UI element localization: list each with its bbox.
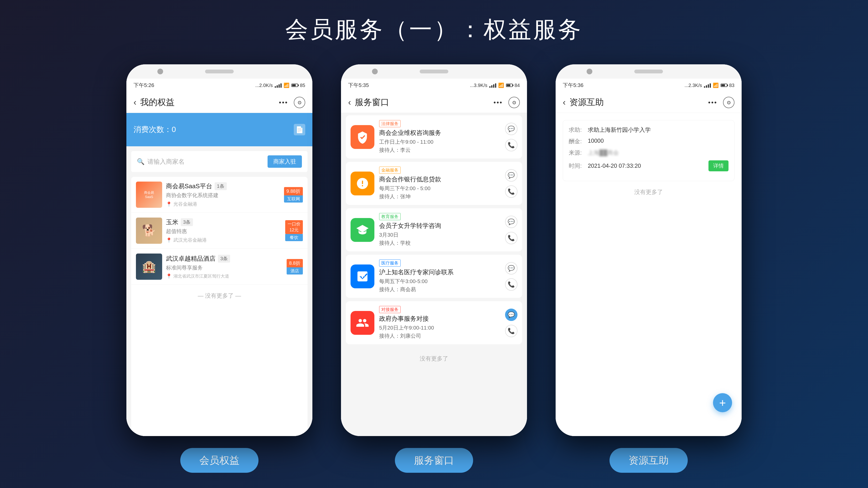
benefits-header: 消费次数：0 📄 <box>126 113 312 146</box>
phone3-time: 下午5:36 <box>563 82 584 89</box>
service-call-medical[interactable]: 📞 <box>505 278 518 291</box>
phone1-network: ...2.0K/s <box>255 83 273 88</box>
merchant-tag-hotel: 3条 <box>218 255 230 263</box>
search-icon: 🔍 <box>137 158 145 165</box>
phone1-more-btn[interactable]: ••• <box>279 99 288 106</box>
resource-fab-btn[interactable]: + <box>713 393 732 412</box>
phone2-status-right: ...3.9K/s 📶 84 <box>470 83 520 88</box>
service-chat-gov-active[interactable]: 💬 <box>505 308 518 321</box>
phone3-wifi: 📶 <box>713 83 719 88</box>
resource-row-type: 求助: 求助上海新竹园小学入学 <box>569 126 728 134</box>
service-actions-edu: 💬 📞 <box>505 216 518 244</box>
service-call-legal[interactable]: 📞 <box>505 139 518 151</box>
phone3-more-btn[interactable]: ••• <box>708 99 717 106</box>
service-chat-edu[interactable]: 💬 <box>505 216 518 228</box>
resource-row-source: 来源: 上海██商会 <box>569 149 728 157</box>
phone2-speaker <box>420 70 448 73</box>
phone3-bottom-label[interactable]: 资源互助 <box>610 448 688 473</box>
search-placeholder: 请输入商家名 <box>147 158 185 166</box>
merchant-item-hotel[interactable]: 🏨 武汉卓越精品酒店 3条 标准间尊享服务 📍 湖北省武汉市江夏区驾行大道 <box>131 249 308 285</box>
service-info-edu: 教育服务 会员子女升学转学咨询 3月30日 接待人：学校 <box>379 213 500 247</box>
merchant-register-btn[interactable]: 商家入驻 <box>268 155 302 168</box>
service-item-gov[interactable]: 对接服务 政府办事服务对接 5月20日上午9:00-11:00 接待人：刘康公司… <box>346 301 522 344</box>
search-bar[interactable]: 🔍 请输入商家名 商家入驻 <box>131 151 308 172</box>
resource-detail-btn[interactable]: 详情 <box>709 160 728 171</box>
merchant-item-corn[interactable]: 🐕 玉米 3条 超值特惠 📍 武汉光谷金融港 <box>131 213 308 249</box>
service-icon-gov <box>350 311 374 335</box>
resource-content: 求助: 求助上海新竹园小学入学 酬金: 10000 来源: 上海██商会 时 <box>556 113 742 436</box>
resource-time-label: 时间: <box>569 162 588 170</box>
phone1-top-bar <box>126 64 312 78</box>
service-time-gov: 5月20日上午9:00-11:00 <box>379 324 500 331</box>
service-tag-gov: 对接服务 <box>379 306 401 313</box>
phone3-signal <box>704 83 711 88</box>
resource-type-label: 求助: <box>569 126 588 134</box>
service-chat-medical[interactable]: 💬 <box>505 262 518 274</box>
service-item-legal[interactable]: 法律服务 商会企业维权咨询服务 工作日上午9:00 - 11:00 接待人：李云… <box>346 115 522 159</box>
phone1-bottom-label[interactable]: 会员权益 <box>180 448 258 473</box>
service-actions-finance: 💬 📞 <box>505 169 518 198</box>
phone3-top-bar <box>556 64 742 78</box>
phone1-content: 消费次数：0 📄 🔍 请输入商家名 商家入驻 商会易Saa <box>126 113 312 436</box>
phone1-target-btn[interactable]: ⊙ <box>294 97 305 108</box>
merchant-list: 商会易SaaS 商会易SaaS平台 1条 商协会数字化系统搭建 📍 光谷金融港 <box>131 177 308 436</box>
service-time-medical: 每周五下午3:00-5:00 <box>379 278 500 285</box>
phone2-more-btn[interactable]: ••• <box>494 99 503 106</box>
phone3: 下午5:36 ...2.3K/s 📶 83 <box>556 64 742 436</box>
phone2-back-btn[interactable]: ‹ <box>348 97 351 107</box>
phone2-battery <box>506 84 513 87</box>
service-call-finance[interactable]: 📞 <box>505 185 518 198</box>
service-chat-finance[interactable]: 💬 <box>505 169 518 182</box>
service-info-gov: 对接服务 政府办事服务对接 5月20日上午9:00-11:00 接待人：刘康公司 <box>379 306 500 339</box>
service-call-edu[interactable]: 📞 <box>505 232 518 244</box>
phone2-bottom-label[interactable]: 服务窗口 <box>395 448 473 473</box>
phone3-target-btn[interactable]: ⊙ <box>723 97 735 108</box>
phone3-back-btn[interactable]: ‹ <box>563 97 566 107</box>
resource-item: 求助: 求助上海新竹园小学入学 酬金: 10000 来源: 上海██商会 时 <box>563 120 735 181</box>
merchant-item-saas[interactable]: 商会易SaaS 商会易SaaS平台 1条 商协会数字化系统搭建 📍 光谷金融港 <box>131 177 308 213</box>
service-tag-legal: 法律服务 <box>379 120 401 127</box>
phone3-nav: ‹ 资源互助 ••• ⊙ <box>556 92 742 113</box>
benefits-doc-icon: 📄 <box>294 124 305 135</box>
phone1-camera <box>157 69 163 74</box>
service-item-medical[interactable]: 医疗服务 沪上知名医疗专家问诊联系 每周五下午3:00-5:00 接待人：商会易… <box>346 255 522 298</box>
service-tag-finance: 金融服务 <box>379 167 401 174</box>
resource-money-label: 酬金: <box>569 137 588 145</box>
phone1-back-btn[interactable]: ‹ <box>133 97 136 107</box>
merchant-img-corn: 🐕 <box>136 218 162 244</box>
merchant-location-hotel: 📍 湖北省武汉市江夏区驾行大道 <box>166 273 283 279</box>
service-item-edu[interactable]: 教育服务 会员子女升学转学咨询 3月30日 接待人：学校 💬 📞 <box>346 208 522 251</box>
page-title: 会员服务（一）：权益服务 <box>285 14 583 45</box>
merchant-info-corn: 玉米 3条 超值特惠 📍 武汉光谷金融港 <box>166 218 281 243</box>
phone1: 下午5:26 ...2.0K/s 📶 85 <box>126 64 312 436</box>
merchant-info-hotel: 武汉卓越精品酒店 3条 标准间尊享服务 📍 湖北省武汉市江夏区驾行大道 <box>166 255 283 279</box>
service-item-finance[interactable]: ¥ 金融服务 商会合作银行低息贷款 每周三下午2:00 - 5:00 接待人：张… <box>346 162 522 205</box>
merchant-discount-saas: 9.88折 互联网 <box>284 187 303 202</box>
merchant-desc-corn: 超值特惠 <box>166 228 281 235</box>
resource-type-value: 求助上海新竹园小学入学 <box>588 126 728 134</box>
phone3-battery <box>721 84 727 87</box>
phone1-no-more: — 没有更多了 — <box>131 285 308 307</box>
service-tag-edu: 教育服务 <box>379 213 401 220</box>
phone3-speaker <box>634 70 663 73</box>
service-contact-medical: 接待人：商会易 <box>379 286 500 293</box>
phone1-wrapper: 下午5:26 ...2.0K/s 📶 85 <box>126 64 312 473</box>
phone2-target-btn[interactable]: ⊙ <box>508 97 520 108</box>
service-chat-legal[interactable]: 💬 <box>505 123 518 135</box>
service-icon-legal <box>350 125 374 149</box>
phone2-status-bar: 下午5:35 ...3.9K/s 📶 84 <box>341 78 527 92</box>
merchant-discount-hotel: 8.8折 酒店 <box>287 259 303 274</box>
phone2-nav-title: 服务窗口 <box>355 97 494 108</box>
phone1-signal <box>275 83 282 88</box>
phone2-no-more: 没有更多了 <box>346 348 522 369</box>
phone2-signal <box>489 83 496 88</box>
service-contact-finance: 接待人：张坤 <box>379 193 500 200</box>
service-name-legal: 商会企业维权咨询服务 <box>379 129 500 137</box>
merchant-tag-saas: 1条 <box>215 182 227 190</box>
resource-source-label: 来源: <box>569 149 588 157</box>
service-contact-legal: 接待人：李云 <box>379 147 500 154</box>
merchant-name-corn: 玉米 <box>166 218 178 226</box>
search-input-area[interactable]: 🔍 请输入商家名 <box>137 158 264 166</box>
service-icon-edu <box>350 218 374 242</box>
service-call-gov[interactable]: 📞 <box>505 325 518 337</box>
